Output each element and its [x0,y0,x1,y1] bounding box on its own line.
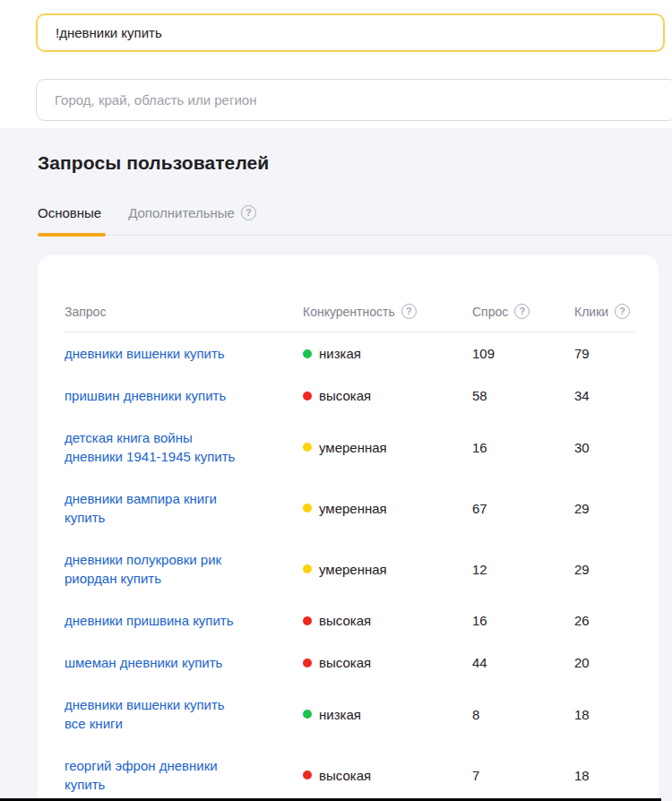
query-link[interactable]: георгий эфрон дневники купить [65,756,239,794]
competition-dot [303,564,312,573]
demand-value: 12 [472,562,574,577]
column-header-clicks: Клики ? [574,304,634,319]
clicks-value: 29 [574,501,634,516]
demand-value: 16 [472,440,574,455]
query-link[interactable]: дневники вампира книги купить [65,489,239,527]
help-icon[interactable]: ? [241,205,256,220]
tab-main-label: Основные [38,205,101,220]
table-row: пришвин дневники купить высокая 58 34 [65,375,634,417]
clicks-value: 29 [574,562,634,577]
query-link[interactable]: дневники полукровки рик риордан купить [65,550,239,588]
keyword-input[interactable] [36,13,665,52]
competition-label: умеренная [319,440,387,455]
tab-additional-label: Дополнительные [128,205,235,220]
demand-value: 44 [472,655,574,670]
clicks-value: 26 [574,613,634,628]
help-icon[interactable]: ? [401,304,417,319]
competition-dot [303,392,312,400]
queries-section: Запросы пользователей Основные Дополните… [0,128,672,801]
region-input[interactable] [36,79,672,121]
competition-label: низкая [319,707,361,722]
competition-label: высокая [319,768,371,783]
clicks-value: 18 [574,768,634,783]
query-link[interactable]: дневники вишенки купить все книги [65,695,239,733]
clicks-value: 30 [574,440,634,455]
competition-dot [303,616,312,625]
competition-dot [303,349,312,358]
column-header-query: Запрос [65,305,303,319]
table-body: дневники вишенки купить низкая 109 79 пр… [65,332,634,801]
demand-value: 7 [472,768,574,783]
competition-label: низкая [319,346,361,361]
active-tab-underline [38,233,106,237]
table-header-row: Запрос Конкурентность ? Спрос ? Клики ? [65,304,634,332]
table-row: дневники вишенки купить все книги низкая… [65,684,634,745]
competition-dot [303,443,312,452]
tabs: Основные Дополнительные ? [38,205,256,220]
clicks-value: 18 [574,707,634,722]
query-link[interactable]: дневники вишенки купить [65,344,225,363]
table-row: дневники вампира книги купить умеренная … [65,478,634,538]
column-header-competition: Конкурентность ? [303,304,472,319]
clicks-value: 20 [574,655,634,670]
help-icon[interactable]: ? [615,304,630,319]
table-row: шмеман дневники купить высокая 44 20 [65,642,634,684]
demand-value: 58 [472,388,574,403]
table-row: детская книга войны дневники 1941-1945 к… [65,417,634,478]
tab-additional[interactable]: Дополнительные ? [128,205,256,220]
tabs-divider [38,235,672,236]
table-row: георгий эфрон дневники купить высокая 7 … [65,745,634,801]
clicks-value: 79 [574,346,634,361]
competition-dot [303,659,312,668]
competition-label: высокая [319,613,371,628]
search-area [0,0,672,128]
clicks-value: 34 [574,388,634,403]
demand-value: 8 [472,707,574,722]
competition-dot [303,771,312,779]
help-icon[interactable]: ? [514,304,530,319]
competition-label: высокая [319,655,371,670]
table-row: дневники пришвина купить высокая 16 26 [65,599,634,642]
query-link[interactable]: детская книга войны дневники 1941-1945 к… [65,428,239,466]
query-link[interactable]: пришвин дневники купить [65,386,226,405]
competition-label: умеренная [319,562,387,577]
demand-value: 109 [472,346,574,361]
competition-dot [303,710,312,719]
queries-table: Запрос Конкурентность ? Спрос ? Клики ? [38,255,659,801]
query-link[interactable]: дневники пришвина купить [65,611,234,630]
column-header-demand: Спрос ? [472,304,574,319]
demand-value: 67 [472,501,574,516]
query-link[interactable]: шмеман дневники купить [65,653,222,672]
tab-main[interactable]: Основные [38,205,101,220]
competition-label: умеренная [319,501,387,516]
competition-dot [303,504,312,512]
page-title: Запросы пользователей [38,152,269,174]
queries-card: Запрос Конкурентность ? Спрос ? Клики ? [38,255,659,801]
demand-value: 16 [472,613,574,628]
competition-label: высокая [319,388,371,403]
table-row: дневники вишенки купить низкая 109 79 [65,332,634,375]
table-row: дневники полукровки рик риордан купить у… [65,538,634,599]
